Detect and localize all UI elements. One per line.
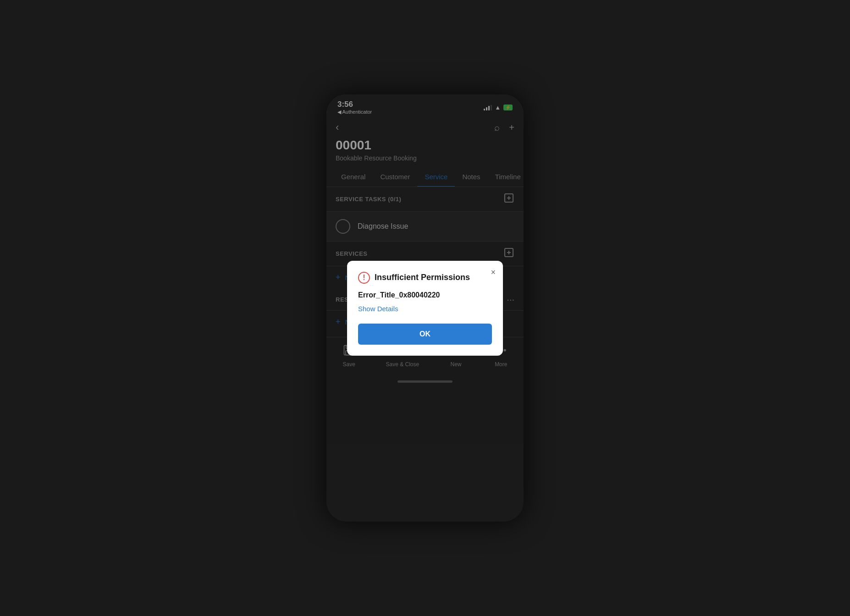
error-icon: ! — [358, 272, 370, 284]
ok-button[interactable]: OK — [358, 324, 492, 345]
modal-close-button[interactable]: × — [491, 268, 496, 276]
modal-title: Insufficient Permissions — [375, 273, 470, 282]
phone-frame: 3:56 ◀ Authenticator ▲ ⚡ ‹ ⌕ + 00001 Boo… — [326, 94, 524, 522]
show-details-link[interactable]: Show Details — [358, 305, 398, 313]
modal-header: ! Insufficient Permissions — [358, 272, 492, 284]
modal-overlay: ! Insufficient Permissions × Error_Title… — [326, 94, 524, 522]
error-code: Error_Title_0x80040220 — [358, 291, 492, 299]
permissions-modal: ! Insufficient Permissions × Error_Title… — [347, 261, 503, 356]
